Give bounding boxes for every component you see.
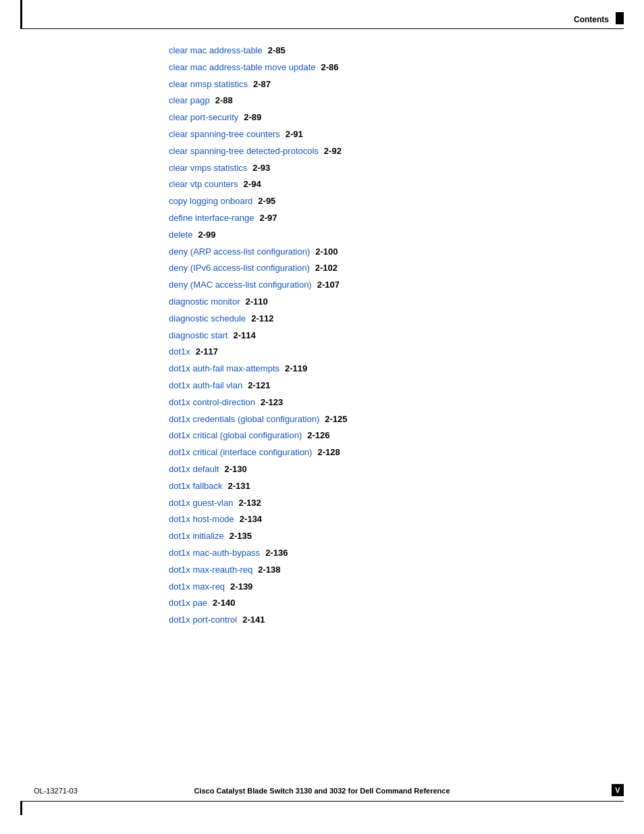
footer-left-bar: [20, 802, 22, 815]
toc-link[interactable]: clear vtp counters: [169, 178, 238, 192]
toc-page-number: 2-121: [248, 379, 270, 393]
toc-entry: diagnostic schedule2-112: [169, 312, 590, 326]
toc-link[interactable]: dot1x initialize: [169, 529, 224, 544]
toc-entry: dot1x2-117: [169, 345, 590, 359]
toc-page-number: 2-100: [315, 245, 338, 259]
toc-link[interactable]: diagnostic schedule: [169, 312, 246, 326]
toc-entry: clear nmsp statistics2-87: [169, 78, 590, 92]
toc-page-number: 2-119: [285, 362, 307, 376]
toc-link[interactable]: dot1x port-control: [169, 613, 237, 627]
toc-entry: dot1x port-control2-141: [169, 613, 590, 627]
toc-page-number: 2-93: [252, 161, 270, 176]
toc-link[interactable]: dot1x mac-auth-bypass: [169, 546, 260, 561]
toc-page-number: 2-141: [242, 613, 265, 627]
toc-link[interactable]: define interface-range: [169, 211, 254, 226]
toc-link[interactable]: diagnostic monitor: [169, 295, 240, 309]
toc-link[interactable]: dot1x guest-vlan: [169, 496, 233, 511]
toc-link[interactable]: deny (IPv6 access-list configuration): [169, 261, 310, 276]
toc-page-number: 2-87: [253, 78, 271, 92]
toc-link[interactable]: clear port-security: [169, 111, 238, 125]
toc-page-number: 2-91: [286, 128, 303, 142]
toc-entry: clear mac address-table2-85: [169, 44, 590, 58]
toc-link[interactable]: clear pagp: [169, 94, 210, 108]
toc-link[interactable]: dot1x: [169, 345, 190, 359]
toc-entry: diagnostic monitor2-110: [169, 295, 590, 309]
toc-link[interactable]: clear nmsp statistics: [169, 78, 248, 92]
toc-link[interactable]: dot1x credentials (global configuration): [169, 413, 319, 427]
toc-link[interactable]: clear mac address-table move update: [169, 61, 316, 75]
toc-entry: clear spanning-tree counters2-91: [169, 128, 590, 142]
toc-page-number: 2-107: [317, 278, 340, 292]
doc-number: OL-13271-03: [34, 787, 78, 795]
toc-link[interactable]: dot1x critical (global configuration): [169, 429, 302, 443]
toc-entry: dot1x auth-fail vlan2-121: [169, 379, 590, 393]
toc-link[interactable]: deny (MAC access-list configuration): [169, 278, 312, 292]
toc-link[interactable]: dot1x auth-fail vlan: [169, 379, 242, 393]
header-section-label: Contents: [574, 15, 609, 24]
toc-entry: dot1x host-mode2-134: [169, 513, 590, 527]
toc-entry: dot1x initialize2-135: [169, 529, 590, 544]
toc-page-number: 2-131: [228, 479, 250, 494]
top-border: [20, 28, 624, 29]
toc-page-number: 2-94: [244, 178, 261, 192]
toc-page-number: 2-92: [324, 145, 342, 159]
toc-link[interactable]: clear vmps statistics: [169, 161, 247, 176]
toc-link[interactable]: dot1x fallback: [169, 479, 223, 494]
toc-entry: dot1x critical (interface configuration)…: [169, 446, 590, 460]
toc-page-number: 2-130: [224, 463, 246, 477]
toc-link[interactable]: dot1x pae: [169, 596, 207, 610]
footer-title: Cisco Catalyst Blade Switch 3130 and 303…: [194, 787, 450, 795]
toc-page-number: 2-140: [213, 596, 235, 610]
toc-page-number: 2-95: [258, 194, 275, 209]
toc-entry: clear vmps statistics2-93: [169, 161, 590, 176]
toc-page-number: 2-97: [259, 211, 277, 226]
toc-link[interactable]: deny (ARP access-list configuration): [169, 245, 310, 259]
toc-link[interactable]: clear spanning-tree detected-protocols: [169, 145, 319, 159]
toc-entry: clear pagp2-88: [169, 94, 590, 108]
toc-link[interactable]: diagnostic start: [169, 329, 227, 343]
toc-link[interactable]: dot1x default: [169, 463, 219, 477]
toc-entry: dot1x auth-fail max-attempts2-119: [169, 362, 590, 376]
toc-entry: clear vtp counters2-94: [169, 178, 590, 192]
toc-entry: deny (IPv6 access-list configuration)2-1…: [169, 261, 590, 276]
toc-link[interactable]: dot1x auth-fail max-attempts: [169, 362, 279, 376]
toc-entry: diagnostic start2-114: [169, 329, 590, 343]
toc-page-number: 2-126: [307, 429, 329, 443]
toc-link[interactable]: dot1x max-reauth-req: [169, 563, 252, 577]
toc-entry: clear port-security2-89: [169, 111, 590, 125]
toc-entry: dot1x credentials (global configuration)…: [169, 413, 590, 427]
toc-link[interactable]: delete: [169, 228, 192, 242]
toc-entry: deny (ARP access-list configuration)2-10…: [169, 245, 590, 259]
toc-link[interactable]: dot1x critical (interface configuration): [169, 446, 312, 460]
toc-page-number: 2-138: [258, 563, 280, 577]
toc-entry: dot1x max-req2-139: [169, 580, 590, 594]
toc-entry: clear mac address-table move update2-86: [169, 61, 590, 75]
toc-entry: define interface-range2-97: [169, 211, 590, 226]
header-right-bar: [616, 12, 624, 24]
page: Contents clear mac address-table2-85clea…: [0, 0, 644, 834]
toc-entry: copy logging onboard2-95: [169, 194, 590, 209]
toc-link[interactable]: dot1x control-direction: [169, 396, 255, 410]
toc-page-number: 2-139: [230, 580, 252, 594]
toc-entry: dot1x control-direction2-123: [169, 396, 590, 410]
toc-link[interactable]: dot1x host-mode: [169, 513, 234, 527]
toc-page-number: 2-99: [198, 228, 215, 242]
toc-entry: dot1x critical (global configuration)2-1…: [169, 429, 590, 443]
toc-page-number: 2-88: [215, 94, 233, 108]
toc-content: clear mac address-table2-85clear mac add…: [169, 44, 590, 630]
toc-page-number: 2-136: [265, 546, 288, 561]
toc-link[interactable]: clear mac address-table: [169, 44, 263, 58]
toc-page-number: 2-132: [238, 496, 261, 511]
toc-page-number: 2-89: [244, 111, 261, 125]
toc-link[interactable]: clear spanning-tree counters: [169, 128, 280, 142]
toc-link[interactable]: dot1x max-req: [169, 580, 225, 594]
toc-page-number: 2-110: [246, 295, 268, 309]
toc-page-number: 2-85: [268, 44, 286, 58]
toc-entry: dot1x mac-auth-bypass2-136: [169, 546, 590, 561]
toc-entry: dot1x pae2-140: [169, 596, 590, 610]
toc-page-number: 2-125: [325, 413, 347, 427]
toc-link[interactable]: copy logging onboard: [169, 194, 252, 209]
toc-entry: dot1x default2-130: [169, 463, 590, 477]
top-left-bar: [20, 0, 22, 28]
toc-page-number: 2-114: [233, 329, 255, 343]
